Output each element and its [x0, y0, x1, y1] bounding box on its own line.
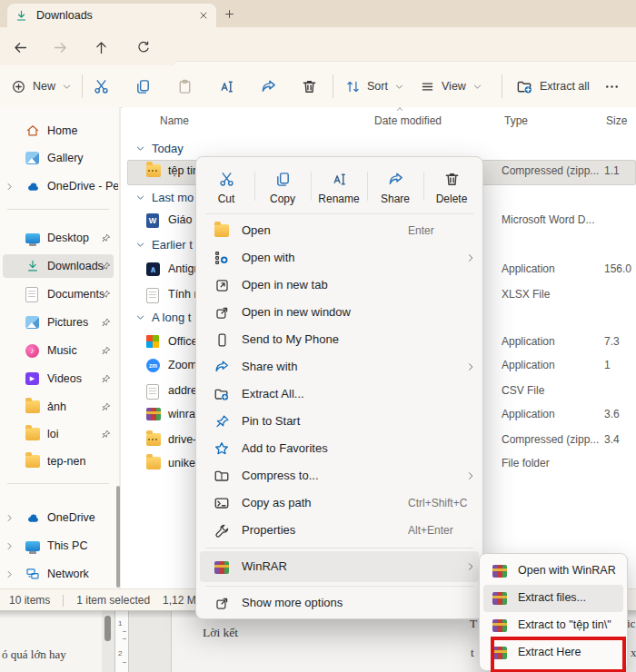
chevron-down-icon: [135, 312, 145, 322]
menu-item-compress-to[interactable]: Compress to...: [200, 462, 479, 489]
document-heading: Lời kết: [203, 626, 238, 640]
submenu-item-extract-files[interactable]: Extract files...: [483, 585, 623, 612]
close-tab-icon[interactable]: [198, 10, 209, 21]
sidebar-item-tep-nen[interactable]: tep-nen: [0, 449, 121, 474]
sidebar-item-home[interactable]: Home: [0, 118, 121, 143]
refresh-button[interactable]: [131, 35, 156, 60]
sort-button[interactable]: Sort: [345, 65, 404, 107]
sort-ascending-caret-icon: [395, 104, 404, 114]
download-icon: [25, 259, 40, 273]
submenu-chevron-icon: [465, 252, 476, 263]
new-tab-icon[interactable]: [224, 8, 235, 20]
sidebar-item-onedrive-personal[interactable]: OneDrive - Pers: [0, 173, 121, 199]
copy-path-icon: [214, 495, 230, 511]
rename-icon: [218, 78, 235, 95]
compress-folder-icon: [214, 468, 230, 484]
share-button[interactable]: [260, 65, 277, 107]
share-icon: [387, 171, 404, 188]
group-header-a-long-time[interactable]: A long t: [135, 307, 191, 327]
pictures-icon: [25, 316, 39, 329]
see-more-button[interactable]: [603, 65, 621, 107]
delete-menu-button[interactable]: Delete: [423, 164, 480, 212]
submenu-chevron-icon: [465, 361, 476, 372]
extract-all-icon: [214, 386, 230, 402]
expander-chevron-icon[interactable]: [5, 513, 15, 523]
menu-item-share-with[interactable]: Share with: [200, 353, 479, 380]
cut-icon: [218, 171, 235, 188]
menu-item-open[interactable]: Open Enter: [200, 217, 479, 244]
column-header-type[interactable]: Type: [504, 114, 528, 127]
share-menu-button[interactable]: Share: [367, 164, 423, 212]
back-button[interactable]: [7, 35, 33, 60]
up-button[interactable]: [88, 35, 114, 60]
paste-button[interactable]: [176, 65, 194, 107]
sidebar-item-pictures[interactable]: Pictures: [0, 310, 121, 335]
menu-item-winrar[interactable]: WinRAR: [200, 551, 479, 582]
delete-button[interactable]: [301, 65, 318, 107]
cut-button[interactable]: [93, 65, 110, 107]
expander-chevron-icon[interactable]: [5, 541, 15, 551]
sidebar-item-music[interactable]: Music: [0, 338, 121, 363]
status-divider: [63, 595, 64, 607]
document-text-fragment: ó quá lớn hay: [2, 647, 66, 662]
submenu-item-extract-to-folder[interactable]: Extract to "tệp tin\": [483, 612, 623, 639]
sidebar-item-this-pc[interactable]: This PC: [0, 533, 121, 558]
extract-all-icon: [516, 78, 533, 95]
folder-icon: [25, 400, 40, 413]
menu-item-copy-as-path[interactable]: Copy as path Ctrl+Shift+C: [200, 489, 479, 517]
cut-menu-button[interactable]: Cut: [198, 164, 254, 212]
menu-item-properties[interactable]: Properties Alt+Enter: [200, 517, 479, 544]
menu-item-pin-to-start[interactable]: Pin to Start: [200, 408, 479, 435]
menu-item-open-with[interactable]: Open with: [200, 244, 479, 272]
forward-button[interactable]: [47, 35, 73, 60]
menu-item-extract-all[interactable]: Extract All...: [200, 380, 479, 408]
column-header-date-modified[interactable]: Date modified: [374, 114, 442, 127]
group-header-earlier[interactable]: Earlier t: [135, 234, 193, 254]
submenu-item-open-with-winrar[interactable]: Open with WinRAR: [483, 558, 623, 585]
sidebar-item-gallery[interactable]: Gallery: [0, 145, 121, 171]
new-tab-icon: [214, 278, 230, 293]
column-header-name[interactable]: Name: [160, 114, 189, 127]
rename-menu-button[interactable]: Rename: [311, 164, 367, 212]
menu-item-show-more-options[interactable]: Show more options: [200, 589, 479, 617]
tab-downloads[interactable]: Downloads: [7, 4, 216, 27]
videos-icon: [25, 372, 39, 385]
menu-item-open-in-new-tab[interactable]: Open in new tab: [200, 272, 479, 299]
zip-file-icon: [146, 164, 161, 177]
sidebar-scrollbar-thumb[interactable]: [116, 486, 120, 588]
this-pc-icon: [25, 541, 40, 551]
open-folder-icon: [214, 224, 229, 237]
copy-button[interactable]: [134, 65, 152, 107]
rename-button[interactable]: [218, 65, 235, 107]
column-header-size[interactable]: Size: [606, 114, 627, 127]
pin-icon: [101, 233, 111, 243]
sidebar-item-anh[interactable]: ảnh: [0, 394, 121, 420]
home-icon: [25, 124, 40, 138]
document-scrollbar-thumb[interactable]: [104, 616, 111, 641]
new-button[interactable]: New: [11, 65, 72, 107]
sidebar-item-desktop[interactable]: Desktop: [0, 225, 121, 251]
menu-item-send-to-my-phone[interactable]: Send to My Phone: [200, 326, 479, 353]
expander-chevron-icon[interactable]: [5, 569, 15, 579]
sidebar-item-documents[interactable]: Documents: [0, 282, 121, 307]
sort-label: Sort: [367, 80, 388, 93]
expander-chevron-icon[interactable]: [5, 182, 15, 192]
sidebar-item-loi[interactable]: loi: [0, 421, 121, 447]
group-header-today[interactable]: Today: [135, 138, 184, 158]
view-button[interactable]: View: [420, 65, 482, 107]
sidebar-item-videos[interactable]: Videos: [0, 366, 121, 391]
menu-item-open-in-new-window[interactable]: Open in new window: [200, 299, 479, 326]
pin-icon: [101, 262, 111, 272]
group-header-last-month[interactable]: Last mo: [135, 187, 194, 207]
extract-all-button[interactable]: Extract all: [516, 65, 590, 107]
word-file-icon: [146, 213, 159, 228]
file-explorer-window: Downloads Downloads New: [0, 0, 636, 672]
document-icon: [25, 287, 38, 302]
menu-item-add-to-favorites[interactable]: Add to Favorites: [200, 435, 479, 462]
sidebar-item-network[interactable]: Network: [0, 561, 121, 587]
copy-menu-button[interactable]: Copy: [254, 164, 311, 212]
sidebar-item-downloads[interactable]: Downloads: [0, 253, 121, 279]
document-edge-fragment: t: [471, 646, 474, 660]
view-icon: [420, 79, 435, 94]
sidebar-item-onedrive[interactable]: OneDrive: [0, 505, 121, 530]
